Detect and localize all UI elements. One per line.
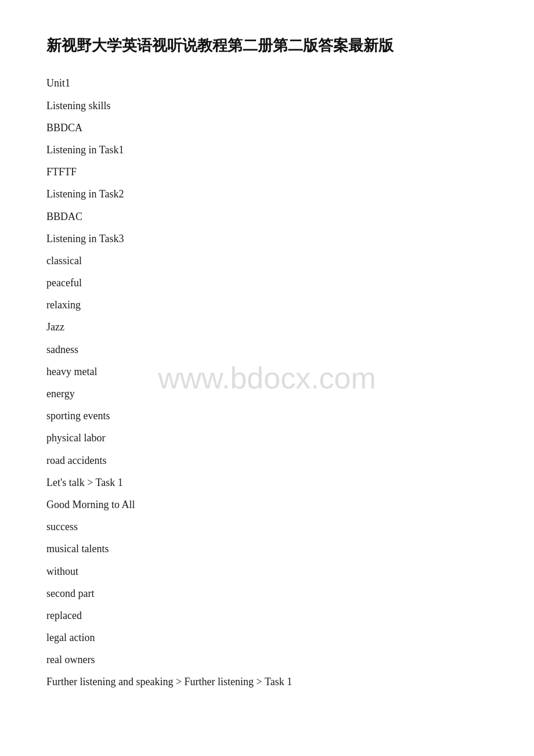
list-item: Unit1 bbox=[46, 72, 488, 94]
list-item: Listening in Task3 bbox=[46, 228, 488, 250]
list-item: Jazz bbox=[46, 316, 488, 338]
list-item: without bbox=[46, 560, 488, 582]
list-item: replaced bbox=[46, 604, 488, 627]
list-item: legal action bbox=[46, 627, 488, 649]
list-item: BBDAC bbox=[46, 206, 488, 228]
list-item: musical talents bbox=[46, 538, 488, 560]
list-item: relaxing bbox=[46, 294, 488, 316]
list-item: FTFTF bbox=[46, 161, 488, 183]
list-item: success bbox=[46, 516, 488, 538]
list-item: peaceful bbox=[46, 272, 488, 294]
list-item: physical labor bbox=[46, 427, 488, 449]
list-item: Let's talk > Task 1 bbox=[46, 471, 488, 494]
page-title: 新视野大学英语视听说教程第二册第二版答案最新版 bbox=[46, 35, 488, 56]
list-item: Listening in Task2 bbox=[46, 183, 488, 205]
list-item: real owners bbox=[46, 649, 488, 671]
list-item: second part bbox=[46, 582, 488, 604]
list-item: sporting events bbox=[46, 405, 488, 427]
list-item: Good Morning to All bbox=[46, 494, 488, 516]
list-item: Further listening and speaking > Further… bbox=[46, 671, 488, 693]
list-item: BBDCA bbox=[46, 117, 488, 139]
list-item: energy bbox=[46, 383, 488, 405]
list-item: heavy metal bbox=[46, 361, 488, 383]
list-item: road accidents bbox=[46, 449, 488, 471]
content-list: Unit1Listening skillsBBDCAListening in T… bbox=[46, 72, 488, 693]
list-item: sadness bbox=[46, 339, 488, 361]
list-item: classical bbox=[46, 250, 488, 272]
list-item: Listening in Task1 bbox=[46, 139, 488, 161]
list-item: Listening skills bbox=[46, 95, 488, 117]
